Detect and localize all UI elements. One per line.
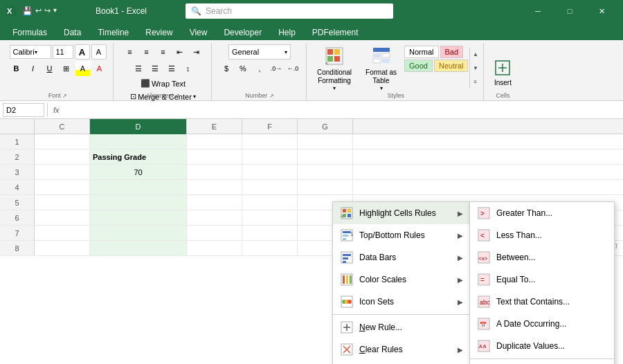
cell-f2[interactable] — [242, 149, 298, 164]
align-right-button[interactable]: ☰ — [164, 61, 179, 76]
cell-d4[interactable] — [90, 180, 187, 194]
font-name-box[interactable]: Calibri ▾ — [10, 45, 51, 59]
insert-button[interactable]: Insert — [493, 58, 512, 87]
cell-g3[interactable] — [298, 165, 353, 179]
menu-item-duplicate-values[interactable]: A A Duplicate Values... — [470, 335, 614, 357]
menu-item-greater-than[interactable]: > Greater Than... — [470, 202, 614, 224]
font-color-button[interactable]: A — [92, 61, 107, 76]
cell-e2[interactable] — [187, 149, 242, 164]
style-bad[interactable]: Bad — [440, 46, 464, 58]
col-header-g[interactable]: G — [298, 119, 353, 134]
tab-view[interactable]: View — [181, 25, 216, 40]
percent-button[interactable]: % — [235, 61, 251, 76]
cf-dropdown-arrow[interactable]: ▾ — [333, 85, 336, 91]
menu-item-new-rule[interactable]: New Rule... — [333, 316, 470, 338]
menu-item-clear-rules[interactable]: Clear Rules ▶ — [333, 338, 470, 361]
cell-g2[interactable] — [298, 149, 353, 164]
menu-item-data-bars[interactable]: Data Bars ▶ — [333, 246, 470, 269]
align-top-left-button[interactable]: ≡ — [123, 44, 138, 60]
tab-timeline[interactable]: Timeline — [89, 25, 137, 40]
underline-button[interactable]: U — [42, 61, 57, 76]
cell-d6[interactable] — [90, 210, 187, 225]
cell-d8[interactable] — [90, 241, 187, 255]
font-decrease-button[interactable]: A — [91, 44, 107, 60]
cell-f8[interactable] — [242, 241, 298, 255]
font-name-dropdown[interactable]: ▾ — [35, 49, 37, 55]
fill-color-button[interactable]: A — [75, 61, 91, 76]
menu-item-text-contains[interactable]: abc Text that Contains... — [470, 291, 614, 313]
decimal-decrease-button[interactable]: ←.0 — [285, 61, 300, 76]
currency-button[interactable]: $ — [219, 61, 234, 76]
menu-item-equal-to[interactable]: = Equal To... — [470, 269, 614, 291]
scroll-more-button[interactable]: ≡ — [470, 75, 480, 89]
cell-c1[interactable] — [35, 134, 90, 149]
cell-d3[interactable]: 70 — [90, 165, 187, 179]
col-header-e[interactable]: E — [187, 119, 242, 134]
cell-c3[interactable] — [35, 165, 90, 179]
undo-icon[interactable]: ↩ — [35, 6, 42, 16]
name-box[interactable]: D2 — [3, 103, 44, 117]
cell-d7[interactable] — [90, 226, 187, 240]
minimize-button[interactable]: ─ — [522, 0, 554, 22]
cell-e8[interactable] — [187, 241, 242, 255]
cell-c7[interactable] — [35, 226, 90, 240]
cell-f4[interactable] — [242, 180, 298, 194]
align-top-right-button[interactable]: ≡ — [156, 44, 171, 60]
style-neutral[interactable]: Neutral — [434, 60, 468, 72]
font-increase-button[interactable]: A — [75, 44, 90, 60]
cell-c8[interactable] — [35, 241, 90, 255]
number-format-arrow[interactable]: ▾ — [285, 49, 287, 55]
text-direction-button[interactable]: ↕ — [181, 61, 196, 76]
menu-item-less-than[interactable]: < Less Than... — [470, 224, 614, 246]
menu-item-color-scales[interactable]: Color Scales ▶ — [333, 269, 470, 291]
decimal-increase-button[interactable]: .0→ — [269, 61, 284, 76]
cell-f5[interactable] — [242, 195, 298, 210]
border-button[interactable]: ⊞ — [59, 61, 74, 76]
cell-c6[interactable] — [35, 210, 90, 225]
cell-g1[interactable] — [298, 134, 353, 149]
menu-item-top-bottom[interactable]: 10 Top/Bottom Rules ▶ — [333, 224, 470, 246]
col-header-d[interactable]: D — [90, 119, 187, 134]
format-table-arrow[interactable]: ▾ — [380, 85, 383, 91]
close-button[interactable]: ✕ — [586, 0, 617, 22]
cell-d5[interactable] — [90, 195, 187, 210]
format-as-table-button[interactable]: Format asTable ▾ — [359, 44, 403, 93]
tab-help[interactable]: Help — [270, 25, 304, 40]
cell-e7[interactable] — [187, 226, 242, 240]
tab-pdfelement[interactable]: PDFelement — [304, 25, 367, 40]
menu-item-highlight-cells[interactable]: < Highlight Cells Rules ▶ — [333, 202, 470, 224]
wrap-text-button[interactable]: ⬛ Wrap Text — [138, 78, 188, 89]
cell-f1[interactable] — [242, 134, 298, 149]
save-icon[interactable]: 💾 — [22, 6, 33, 16]
bold-button[interactable]: B — [9, 61, 24, 76]
cell-e1[interactable] — [187, 134, 242, 149]
cell-e4[interactable] — [187, 180, 242, 194]
indent-increase-button[interactable]: ⇥ — [189, 44, 204, 60]
maximize-button[interactable]: □ — [554, 0, 586, 22]
italic-button[interactable]: I — [26, 61, 41, 76]
style-good[interactable]: Good — [404, 60, 433, 72]
menu-item-icon-sets[interactable]: Icon Sets ▶ — [333, 291, 470, 313]
style-normal[interactable]: Normal — [404, 46, 438, 58]
scroll-up-button[interactable]: ▲ — [470, 47, 480, 61]
menu-item-date-occurring[interactable]: 📅 A Date Occurring... — [470, 313, 614, 335]
cell-c5[interactable] — [35, 195, 90, 210]
cell-d2[interactable]: Passing Grade — [90, 149, 187, 164]
scroll-down-button[interactable]: ▼ — [470, 61, 480, 75]
font-size-box[interactable]: 11 — [53, 45, 73, 59]
menu-item-manage-rules[interactable]: Manage Rules... — [333, 361, 470, 364]
tab-formulas[interactable]: Formulas — [4, 25, 55, 40]
cell-e5[interactable] — [187, 195, 242, 210]
tab-review[interactable]: Review — [137, 25, 181, 40]
cell-d1[interactable] — [90, 134, 187, 149]
align-top-center-button[interactable]: ≡ — [139, 44, 154, 60]
indent-decrease-button[interactable]: ⇤ — [172, 44, 188, 60]
tab-developer[interactable]: Developer — [215, 25, 270, 40]
redo-icon[interactable]: ↪ — [44, 6, 51, 16]
cell-f3[interactable] — [242, 165, 298, 179]
cell-e3[interactable] — [187, 165, 242, 179]
search-label[interactable]: Search — [206, 6, 232, 16]
col-header-f[interactable]: F — [242, 119, 298, 134]
col-header-c[interactable]: C — [35, 119, 90, 134]
align-center-button[interactable]: ☰ — [147, 61, 163, 76]
